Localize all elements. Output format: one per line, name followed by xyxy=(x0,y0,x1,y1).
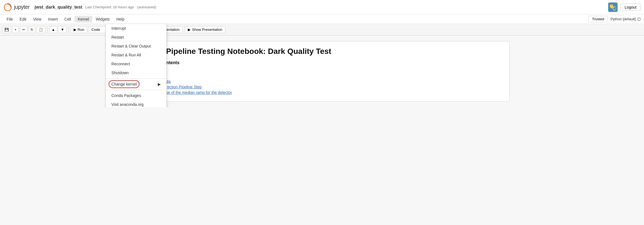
kernel-dropdown-menu: Interrupt Restart Restart & Clear Output… xyxy=(106,24,167,107)
svg-point-4 xyxy=(611,4,612,5)
copy-icon: ⎘ xyxy=(31,28,33,32)
toc-link-getting-data[interactable]: Getting the Data xyxy=(142,79,503,84)
toolbar: 💾 + ✂ ⎘ 📋 ▲ ▼ ▶ Run Code Markdown Raw NB… xyxy=(0,24,644,36)
run-icon: ▶ xyxy=(74,28,76,32)
copy-cell-button[interactable]: ⎘ xyxy=(29,26,35,33)
kernel-menu-change-kernel[interactable]: Change kernel ▶ xyxy=(106,80,166,89)
submenu-arrow-icon: ▶ xyxy=(158,82,161,86)
jupyter-logo-icon xyxy=(3,3,12,12)
jupyter-logo-text: jupyter xyxy=(14,4,30,10)
toc-link-introduction[interactable]: Introduction xyxy=(142,68,503,72)
kernel-info: Python [default] xyxy=(611,17,641,21)
menu-file[interactable]: File xyxy=(3,16,16,22)
toc-link-imports[interactable]: Imports xyxy=(142,74,503,78)
move-down-button[interactable]: ▼ xyxy=(58,26,66,33)
kernel-menu-interrupt[interactable]: Interrupt xyxy=(106,24,166,33)
main-content: JWST Pipeline Testing Notebook: Dark Qua… xyxy=(0,36,644,107)
kernel-menu-visit-anaconda[interactable]: Visit anaconda.org xyxy=(106,100,166,107)
menu-cell[interactable]: Cell xyxy=(61,16,74,22)
svg-point-5 xyxy=(614,9,615,10)
notebook-cell: JWST Pipeline Testing Notebook: Dark Qua… xyxy=(134,41,510,102)
arrow-down-icon: ▼ xyxy=(61,28,64,32)
cut-icon: ✂ xyxy=(22,28,25,32)
save-icon: 💾 xyxy=(4,28,9,32)
toolbar-separator-2 xyxy=(68,26,69,33)
paste-icon: 📋 xyxy=(39,28,43,32)
kernel-status-indicator xyxy=(637,18,641,21)
logout-button[interactable]: Logout xyxy=(620,4,641,11)
menu-insert[interactable]: Insert xyxy=(45,16,61,22)
cut-cell-button[interactable]: ✂ xyxy=(20,26,28,33)
menu-bar: File Edit View Insert Cell Kernel Widget… xyxy=(0,14,644,24)
kernel-menu-restart-clear[interactable]: Restart & Clear Output xyxy=(106,42,166,51)
toc-link-check-slope[interactable]: Check the slope of the median ramp for t… xyxy=(142,90,503,95)
notebook-heading: JWST Pipeline Testing Notebook: Dark Qua… xyxy=(142,47,503,56)
menu-view[interactable]: View xyxy=(30,16,45,22)
toc-label: Table of Contents xyxy=(142,60,503,65)
plus-icon: + xyxy=(14,28,17,32)
notebook-title: jwst_dark_quality_test xyxy=(35,5,83,10)
kernel-menu-conda-packages[interactable]: Conda Packages xyxy=(106,91,166,100)
checkpoint-info: Last Checkpoint: 16 hours ago (autosaved… xyxy=(85,5,156,9)
arrow-up-icon: ▲ xyxy=(52,28,55,32)
save-button[interactable]: 💾 xyxy=(2,26,11,33)
toc-link-run-dark[interactable]: Run Dark Correction Pipeline Step xyxy=(142,85,503,89)
toolbar-separator-1 xyxy=(47,26,48,33)
jupyter-logo: jupyter xyxy=(3,3,30,12)
kernel-menu-restart-run-all[interactable]: Restart & Run All xyxy=(106,51,166,59)
menu-widgets[interactable]: Widgets xyxy=(92,16,113,22)
paste-cell-button[interactable]: 📋 xyxy=(36,26,45,33)
top-bar: jupyter jwst_dark_quality_test Last Chec… xyxy=(0,0,644,14)
python-icon xyxy=(608,2,618,12)
menu-bar-right: Trusted Python [default] xyxy=(588,16,641,22)
kernel-menu-divider-1 xyxy=(106,78,166,79)
kernel-menu-reconnect[interactable]: Reconnect xyxy=(106,59,166,68)
move-up-button[interactable]: ▲ xyxy=(49,26,58,33)
menu-kernel[interactable]: Kernel xyxy=(74,16,92,22)
change-kernel-wrapper: Change kernel xyxy=(111,82,137,86)
add-cell-button[interactable]: + xyxy=(12,26,19,33)
kernel-menu-restart[interactable]: Restart xyxy=(106,33,166,42)
menu-help[interactable]: Help xyxy=(113,16,128,22)
menu-edit[interactable]: Edit xyxy=(16,16,30,22)
top-bar-right: Logout xyxy=(608,2,641,12)
run-button[interactable]: ▶ Run xyxy=(71,26,87,33)
kernel-menu-shutdown[interactable]: Shutdown xyxy=(106,68,166,77)
trusted-button[interactable]: Trusted xyxy=(588,16,608,22)
show-presentation-button[interactable]: ▶ Show Presentation xyxy=(185,26,225,33)
show-presentation-icon: ▶ xyxy=(188,28,191,32)
kernel-menu-divider-2 xyxy=(106,90,166,90)
